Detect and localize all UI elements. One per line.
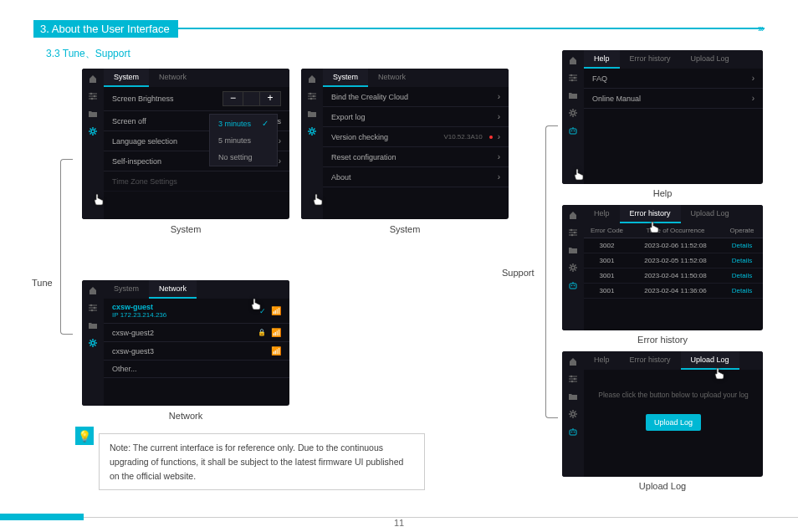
caption-system-2: System: [301, 224, 509, 234]
chevron-right-icon: ›: [752, 94, 755, 103]
wifi-icon: 📶: [271, 346, 281, 356]
sliders-icon[interactable]: [568, 374, 578, 384]
tab-error[interactable]: Error history: [620, 50, 681, 69]
tab-network[interactable]: Network: [368, 69, 416, 87]
version-label: Version checking: [331, 133, 388, 141]
chevron-right-icon: ›: [498, 172, 500, 182]
chevron-right-icon: ›: [498, 132, 500, 141]
sliders-icon[interactable]: [88, 91, 98, 101]
manual-label: Online Manual: [592, 95, 641, 103]
row-export-log[interactable]: Export log›: [323, 107, 509, 127]
sliders-icon[interactable]: [88, 303, 98, 313]
home-icon[interactable]: [88, 285, 98, 295]
wifi-other[interactable]: Other...: [104, 361, 289, 378]
details-link[interactable]: Details: [721, 253, 763, 268]
dropdown-option-3min[interactable]: 3 minutes✓: [210, 115, 277, 132]
sliders-icon[interactable]: [568, 73, 578, 83]
sliders-icon[interactable]: [568, 228, 578, 238]
caption-error: Error history: [562, 335, 763, 345]
home-icon[interactable]: [568, 210, 578, 220]
robot-icon[interactable]: [568, 280, 578, 290]
wifi-ssid-2: cxsw-guest2: [112, 329, 154, 337]
cell-time: 2023-02-04 11:50:08: [630, 269, 721, 283]
tab-network[interactable]: Network: [149, 280, 197, 299]
wifi-ssid-3: cxsw-guest3: [112, 347, 154, 356]
tab-error[interactable]: Error history: [620, 351, 681, 370]
cell-time: 2023-02-06 11:52:08: [630, 238, 721, 253]
gear-icon[interactable]: [568, 263, 578, 273]
row-bind-cloud[interactable]: Bind the Creality Cloud›: [323, 87, 509, 107]
folder-icon[interactable]: [568, 90, 578, 100]
details-link[interactable]: Details: [721, 284, 763, 298]
gear-icon[interactable]: [307, 126, 317, 136]
screen-system-1: System Network Screen Brightness − + Scr…: [82, 69, 289, 219]
gear-icon[interactable]: [88, 338, 98, 348]
tab-system[interactable]: System: [104, 69, 149, 87]
wifi-connected-row[interactable]: cxsw-guest IP 172.23.214.236 ✓📶: [104, 299, 289, 324]
folder-icon[interactable]: [88, 109, 98, 119]
row-faq[interactable]: FAQ›: [584, 69, 763, 89]
support-label: Support: [502, 268, 535, 278]
selfinsp-label: Self-inspection: [112, 157, 161, 166]
tab-help[interactable]: Help: [584, 351, 620, 370]
upload-log-button[interactable]: Upload Log: [646, 414, 701, 431]
version-value: V10.52.3A10: [443, 133, 482, 141]
update-dot-icon: [489, 136, 493, 139]
sliders-icon[interactable]: [307, 91, 317, 101]
tab-upload[interactable]: Upload Log: [681, 50, 739, 69]
caption-help: Help: [562, 188, 763, 198]
screen-help: Help Error history Upload Log FAQ› Onlin…: [562, 50, 763, 184]
details-link[interactable]: Details: [721, 269, 763, 283]
sidebar: [562, 50, 584, 184]
tab-help[interactable]: Help: [584, 205, 620, 223]
home-icon[interactable]: [568, 356, 578, 366]
chevron-right-icon: ›: [498, 112, 500, 121]
home-icon[interactable]: [307, 74, 317, 84]
home-icon[interactable]: [568, 55, 578, 65]
gear-icon[interactable]: [568, 108, 578, 118]
row-version[interactable]: Version checkingV10.52.3A10›: [323, 127, 509, 147]
bind-label: Bind the Creality Cloud: [331, 93, 408, 101]
row-timezone[interactable]: Time Zone Settings: [104, 171, 289, 192]
folder-icon[interactable]: [88, 320, 98, 330]
tab-network[interactable]: Network: [149, 69, 197, 87]
dropdown-option-none[interactable]: No setting: [210, 149, 277, 166]
gear-icon[interactable]: [88, 126, 98, 136]
sidebar: [562, 205, 584, 330]
tip-lightbulb-icon: 💡: [75, 427, 94, 445]
gear-icon[interactable]: [568, 409, 578, 419]
row-reset[interactable]: Reset configuration›: [323, 147, 509, 167]
wifi-row-2[interactable]: cxsw-guest2🔒📶: [104, 324, 289, 342]
wifi-row-3[interactable]: cxsw-guest3📶: [104, 342, 289, 361]
folder-icon[interactable]: [568, 391, 578, 402]
screen-system-2: System Network Bind the Creality Cloud› …: [301, 69, 509, 219]
caption-network: Network: [82, 411, 289, 421]
dropdown-option-5min[interactable]: 5 minutes: [210, 132, 277, 149]
brightness-minus-button[interactable]: −: [223, 92, 243, 105]
home-icon[interactable]: [88, 74, 98, 84]
row-about[interactable]: About›: [323, 167, 509, 187]
brightness-plus-button[interactable]: +: [260, 92, 280, 105]
robot-icon[interactable]: [568, 125, 578, 136]
folder-icon[interactable]: [568, 245, 578, 255]
details-link[interactable]: Details: [721, 238, 763, 253]
tab-upload[interactable]: Upload Log: [681, 351, 739, 370]
tab-error[interactable]: Error history: [620, 205, 681, 223]
tab-upload[interactable]: Upload Log: [681, 205, 739, 223]
page-number: 11: [0, 518, 798, 528]
tabs: Help Error history Upload Log: [584, 351, 763, 370]
tabs: Help Error history Upload Log: [584, 50, 763, 69]
tab-help[interactable]: Help: [584, 50, 620, 69]
sidebar: [301, 69, 323, 219]
language-label: Language selection: [112, 137, 177, 146]
row-manual[interactable]: Online Manual›: [584, 89, 763, 109]
folder-icon[interactable]: [307, 109, 317, 119]
tab-system[interactable]: System: [104, 280, 149, 299]
error-table-row: 30012023-02-04 11:50:08Details: [584, 269, 763, 284]
cell-code: 3002: [584, 238, 630, 253]
chevron-right-icon: ›: [498, 152, 500, 161]
sidebar: [82, 280, 104, 406]
tab-system[interactable]: System: [323, 69, 368, 87]
caption-system-1: System: [82, 224, 289, 234]
robot-icon[interactable]: [568, 427, 578, 437]
